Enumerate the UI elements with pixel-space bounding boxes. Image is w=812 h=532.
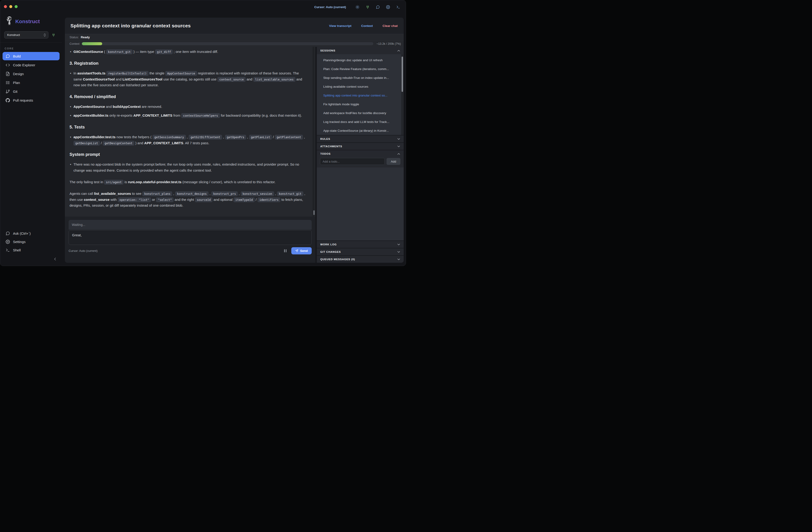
collapse-sidebar-icon[interactable] xyxy=(54,257,56,262)
inline-code: list_available_sources xyxy=(253,77,295,82)
plug-icon[interactable] xyxy=(365,5,369,9)
sidebar-item-pull-requests[interactable]: Pull requests xyxy=(2,96,60,104)
session-item[interactable]: Plan: Code Review Feature (iterations, c… xyxy=(317,65,404,73)
inline-code: src/agent xyxy=(104,180,124,185)
text-run: to see xyxy=(131,192,142,196)
section-header-queued-messages[interactable]: QUEUED MESSAGES (0) xyxy=(317,255,404,263)
bold-text: appContextBuilder.ts xyxy=(73,113,108,117)
terminal-icon[interactable] xyxy=(396,5,400,9)
session-item[interactable]: Planning/design doc update and UI refres… xyxy=(317,56,404,65)
composer-cursor-label: Cursor: Auto (current) xyxy=(69,249,98,253)
session-item[interactable]: Add workspace findFiles for lockfile dis… xyxy=(317,109,404,117)
bold-text: APP_CONTEXT_LIMITS xyxy=(144,141,183,145)
send-button[interactable]: Send xyxy=(291,247,312,254)
sessions-scrollbar-thumb[interactable] xyxy=(402,57,403,92)
chat-column: GitContextSource ( konstruct_git ) — ite… xyxy=(65,47,315,263)
context-link[interactable]: Context xyxy=(361,24,373,28)
content-scrollbar-thumb[interactable] xyxy=(313,210,315,215)
send-button-label: Send xyxy=(300,249,308,253)
inline-code: git_diff xyxy=(155,50,173,54)
brand: Konstruct xyxy=(0,16,62,28)
sidebar-item-label: Plan xyxy=(13,81,20,85)
inline-code: konstruct_git xyxy=(106,50,133,54)
bullet-item: In assistantTools.ts registerBuiltInTool… xyxy=(70,70,307,88)
section-header-work-log[interactable]: WORK LOG xyxy=(317,240,404,248)
inline-code: context_source xyxy=(217,77,245,82)
clear-chat-link[interactable]: Clear chat xyxy=(382,24,398,28)
section-header-sessions[interactable]: SESSIONS xyxy=(317,47,404,54)
sidebar-item-settings[interactable]: Settings xyxy=(2,237,60,246)
text-run: Agents can call xyxy=(70,192,94,196)
bullet-list: In assistantTools.ts registerBuiltInTool… xyxy=(70,70,307,88)
session-item[interactable]: Listing available context sources xyxy=(317,82,404,91)
sidebar-item-plan[interactable]: Plan xyxy=(2,79,60,87)
document-icon xyxy=(5,71,10,76)
connection-plug-icon xyxy=(52,33,55,37)
sidebar-item-build[interactable]: Build xyxy=(2,52,60,60)
section-header-rules[interactable]: RULES xyxy=(317,135,404,142)
sessions-list: Planning/design doc update and UI refres… xyxy=(317,54,404,135)
todos-empty-body xyxy=(317,167,404,240)
bullet-list: appContextBuilder.test.ts now tests the … xyxy=(70,134,307,146)
gear-icon xyxy=(5,239,10,244)
bold-text: buildAppContext xyxy=(113,104,141,109)
core-section-label: CORE xyxy=(5,47,62,50)
sidebar-bottom-nav: Ask (Ctrl+`) Settings Shell xyxy=(0,229,62,266)
view-transcript-link[interactable]: View transcript xyxy=(329,24,351,28)
section-header-git-changes[interactable]: GIT CHANGES xyxy=(317,248,404,255)
text-run: , xyxy=(172,192,175,196)
section-header-attachments[interactable]: ATTACHMENTS xyxy=(317,142,404,150)
terminal-icon xyxy=(5,248,10,252)
pause-icon[interactable] xyxy=(284,249,287,253)
bullet-item: appContextBuilder.ts only re-exports APP… xyxy=(70,112,307,118)
bullet-item: GitContextSource ( konstruct_git ) — ite… xyxy=(70,49,307,55)
add-todo-button[interactable]: Add xyxy=(387,158,401,165)
text-run: In xyxy=(73,71,77,75)
sidebar-item-git[interactable]: Git xyxy=(2,87,60,96)
sidebar-item-design[interactable]: Design xyxy=(2,70,60,78)
sidebar-item-code-explorer[interactable]: Code Explorer xyxy=(2,61,60,69)
todo-input[interactable] xyxy=(320,158,385,165)
context-token-counter: ~13.2k / 200k (7%) xyxy=(377,42,401,45)
sidebar-item-label: Design xyxy=(13,72,24,76)
text-run: ) and xyxy=(134,141,144,145)
context-progress-fill xyxy=(82,42,102,45)
bold-text: appContextBuilder.test.ts xyxy=(73,135,116,139)
text-run: with xyxy=(110,198,118,201)
bold-text: GitContextSource xyxy=(73,50,103,54)
session-item[interactable]: Stop sending rebuild=True on index updat… xyxy=(317,73,404,82)
message-input[interactable]: Great, xyxy=(69,230,312,245)
text-run: / xyxy=(272,135,275,139)
text-run: , xyxy=(208,192,212,196)
code-icon xyxy=(5,62,10,67)
inline-code: getPlanList xyxy=(249,135,272,140)
inline-code: konstruct_designs xyxy=(175,191,208,196)
bold-text: ContextSourceTool xyxy=(83,77,115,81)
sidebar-item-ask[interactable]: Ask (Ctrl+`) xyxy=(2,229,60,237)
inline-code: sourceId xyxy=(195,197,213,202)
context-meter: Context ~13.2k / 200k (7%) xyxy=(65,40,404,47)
section-label: ATTACHMENTS xyxy=(320,145,342,148)
text-run: and optional xyxy=(213,198,233,201)
text-run: ) — item type xyxy=(133,50,155,54)
checklist-icon xyxy=(5,80,10,85)
text-run: ( xyxy=(103,50,106,54)
git-branch-icon xyxy=(5,89,10,94)
inline-code: konstruct_prs xyxy=(211,191,238,196)
section-header-todos[interactable]: TODOS xyxy=(317,150,404,157)
sun-icon[interactable] xyxy=(355,5,359,9)
session-item[interactable]: Log tracked docs and add LLM tests for T… xyxy=(317,117,404,126)
status-bar: Status: Ready xyxy=(65,34,404,40)
gear-icon[interactable] xyxy=(386,5,390,9)
session-item[interactable]: Fix light/dark mode toggle xyxy=(317,100,404,109)
chat-bubble-icon[interactable] xyxy=(376,5,380,9)
session-item-active[interactable]: Splitting app context into granular cont… xyxy=(317,91,404,100)
text-run: only re-exports xyxy=(108,113,133,117)
cursor-mode-label: Cursor: Auto (current) xyxy=(314,5,346,9)
workspace-select[interactable]: Konstruct xyxy=(4,31,48,39)
sidebar-item-label: Shell xyxy=(13,248,20,252)
session-item[interactable]: App-state ContextSource (ai-library) in … xyxy=(317,126,404,135)
composer: Waiting... Great, Cursor: Auto (current)… xyxy=(65,216,315,263)
composer-status-bar: Waiting... xyxy=(69,220,312,229)
sidebar-item-shell[interactable]: Shell xyxy=(2,246,60,254)
